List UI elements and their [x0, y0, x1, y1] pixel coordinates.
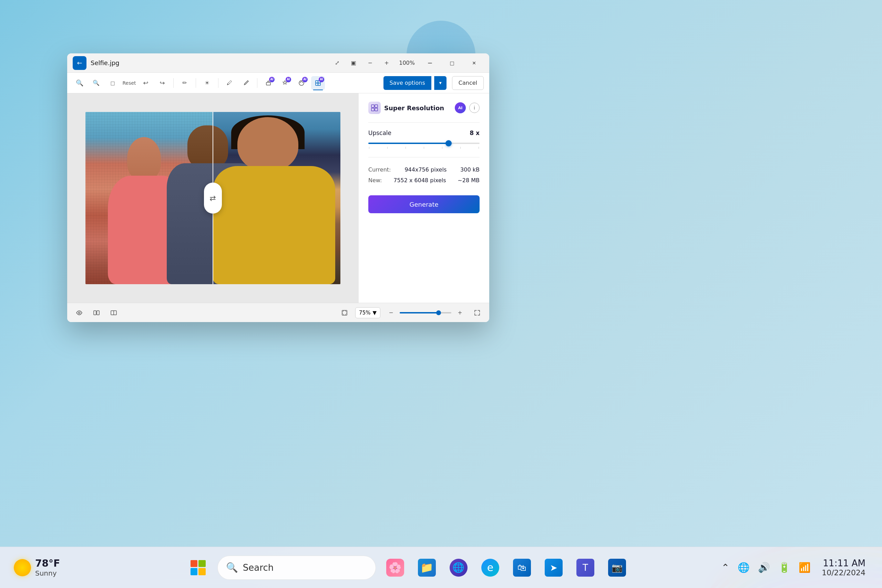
split-view-tool[interactable]	[107, 306, 120, 320]
zoom-out-tool[interactable]: 🔍	[89, 76, 103, 90]
stats-new-row: New: 7552 x 6048 pixels ~28 MB	[368, 175, 480, 186]
tick-5	[442, 147, 442, 149]
tray-expand-icon[interactable]: ⌃	[719, 559, 732, 576]
weather-temp: 78°F	[35, 558, 60, 569]
zoom-in-icon[interactable]: +	[380, 56, 393, 70]
super-res-tool[interactable]: AI	[311, 76, 325, 90]
redo-tool[interactable]: ↪	[155, 76, 169, 90]
svg-rect-22	[342, 310, 347, 315]
clock-time: 11:11 AM	[822, 558, 866, 568]
markup-tool[interactable]: 🖊	[223, 76, 236, 90]
upscale-row: Upscale 8 x	[368, 129, 480, 136]
taskbar-photos-app[interactable]: 🌸	[383, 555, 408, 580]
tick-2	[387, 147, 388, 149]
tick-7	[478, 147, 479, 149]
photo-container: ⇄	[86, 112, 340, 284]
taskbar-explorer-app[interactable]: 📁	[414, 555, 439, 580]
taskbar-center: 🔍 Search 🌸 📁 🌐 e 🛍 ➤ T 📷	[96, 555, 719, 580]
save-options-label: Save options	[390, 80, 425, 86]
adjust-tool[interactable]: ☀	[200, 76, 214, 90]
content-area: ⇄ Super Resolution AI i	[67, 93, 489, 303]
svg-rect-9	[316, 81, 318, 83]
panel-toggle-icon[interactable]: ▣	[346, 56, 360, 70]
zoom-slider-container: − +	[384, 306, 466, 320]
crop-tool[interactable]: ✏	[178, 76, 192, 90]
minimize-button[interactable]: −	[420, 58, 440, 68]
save-options-dropdown[interactable]: ▼	[434, 76, 447, 90]
zoom-out-icon[interactable]: −	[363, 56, 377, 70]
current-pixels: 944x756 pixels	[405, 166, 447, 173]
erase-tool[interactable]: AI	[261, 76, 275, 90]
divider-2	[196, 78, 196, 88]
divider-1	[173, 78, 174, 88]
reset-tool[interactable]: Reset	[122, 76, 136, 90]
panel-header: Super Resolution AI i	[368, 102, 480, 114]
slider-track	[368, 142, 480, 144]
svg-rect-13	[371, 105, 374, 108]
save-options-button[interactable]: Save options	[384, 76, 431, 90]
zoom-value: 75%	[359, 310, 370, 316]
svg-rect-15	[375, 108, 378, 111]
taskbar-edge-app[interactable]: e	[478, 555, 502, 580]
taskbar-photos-active[interactable]: 📷	[604, 555, 630, 580]
bg-remove-tool[interactable]: AI	[295, 76, 308, 90]
taskbar-teams-app[interactable]: T	[573, 555, 598, 580]
search-bar[interactable]: 🔍 Search	[218, 556, 376, 580]
sound-icon[interactable]: 🔊	[755, 559, 773, 576]
stats-divider	[368, 157, 480, 158]
maximize-button[interactable]: □	[442, 58, 462, 68]
toolbar: 🔍 🔍 □ Reset ↩ ↪ ✏ ☀ 🖊 AI	[67, 73, 489, 93]
taskbar-right: ⌃ 🌐 🔊 🔋 📶 11:11 AM 10/22/2024	[719, 555, 882, 580]
fullscreen-bottom[interactable]	[471, 306, 484, 320]
compare-tool[interactable]	[90, 306, 103, 320]
cancel-button[interactable]: Cancel	[452, 76, 484, 90]
stats-section: Current: 944x756 pixels 300 kB New: 7552…	[368, 164, 480, 186]
eye-tool[interactable]	[73, 306, 86, 320]
clock[interactable]: 11:11 AM 10/22/2024	[819, 555, 868, 580]
title-bar: ← Selfie.jpg ⤢ ▣ − + 100% − □ ✕	[67, 53, 489, 73]
new-label: New:	[368, 177, 382, 184]
search-text: Search	[243, 562, 273, 573]
windows-logo	[190, 560, 206, 575]
weather-condition: Sunny	[35, 569, 60, 578]
slider-thumb[interactable]	[446, 140, 452, 146]
zoom-select[interactable]: 75% ▼	[355, 307, 380, 318]
image-view: ⇄	[67, 93, 358, 303]
brush-tool[interactable]	[239, 76, 253, 90]
taskbar-store-app[interactable]: 🛍	[510, 555, 534, 580]
zoom-display: 100%	[396, 60, 418, 66]
divider-4	[257, 78, 257, 88]
panel-title: Super Resolution	[384, 104, 452, 112]
zoom-out-bottom[interactable]: −	[384, 306, 398, 320]
zoom-in-bottom[interactable]: +	[453, 306, 466, 320]
svg-rect-10	[318, 83, 320, 86]
info-button[interactable]: i	[469, 103, 480, 113]
close-button[interactable]: ✕	[464, 58, 484, 68]
start-button[interactable]	[186, 555, 210, 580]
battery-icon[interactable]: 🔋	[776, 559, 793, 576]
tick-3	[405, 147, 406, 149]
back-button[interactable]: ←	[73, 56, 87, 70]
comparison-handle[interactable]: ⇄	[204, 183, 222, 214]
taskbar-browser-app[interactable]: 🌐	[446, 555, 471, 580]
ai-badge-bg: AI	[302, 77, 308, 82]
zoom-slider-thumb[interactable]	[436, 310, 441, 315]
weather-widget[interactable]: 78°F Sunny	[14, 558, 60, 578]
new-pixels: 7552 x 6048 pixels	[393, 177, 446, 184]
taskbar-left: 78°F Sunny	[0, 558, 96, 578]
wifi-icon[interactable]: 📶	[796, 559, 813, 576]
magic-tool[interactable]: AI	[278, 76, 292, 90]
fit-frame-tool[interactable]	[338, 306, 351, 320]
network-icon[interactable]: 🌐	[735, 559, 753, 576]
undo-tool[interactable]: ↩	[139, 76, 153, 90]
fit-tool[interactable]: □	[106, 76, 120, 90]
generate-button[interactable]: Generate	[368, 195, 480, 213]
fullscreen-icon[interactable]: ⤢	[330, 56, 344, 70]
ai-badge-magic: AI	[286, 77, 291, 82]
zoom-in-tool[interactable]: 🔍	[73, 76, 87, 90]
taskbar-arrow-app[interactable]: ➤	[541, 555, 566, 580]
upscale-slider[interactable]	[368, 140, 480, 149]
svg-rect-14	[375, 105, 378, 108]
zoom-slider[interactable]	[400, 312, 452, 314]
upscale-label: Upscale	[368, 129, 392, 136]
